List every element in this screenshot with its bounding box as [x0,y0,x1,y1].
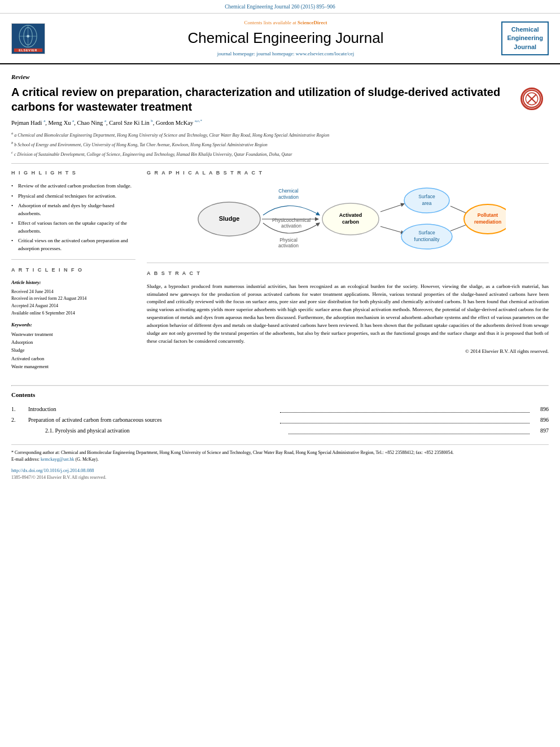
abstract-text: Sludge, a byproduct produced from numero… [147,283,549,356]
contents-item: 1. Introduction 896 [11,404,549,414]
highlight-item: Review of the activated carbon productio… [11,182,135,190]
affiliation-a: a a Chemical and Biomolecular Engineerin… [11,130,549,139]
svg-text:area: area [422,200,431,206]
article-info: A R T I C L E I N F O Article history: R… [11,267,135,371]
svg-point-5 [27,35,29,38]
affiliation-b: b b School of Energy and Environment, Ci… [11,140,549,148]
keywords-list: Wastewater treatment Adsorption Sludge A… [11,330,135,371]
svg-text:functionality: functionality [414,237,440,242]
graphical-abstract-diagram: Sludge Chemical activation Physicoochemi… [147,182,549,256]
highlight-item: Adsorption of metals and dyes by sludge-… [11,202,135,217]
svg-text:ELSEVIER: ELSEVIER [19,49,37,52]
highlight-item: Effect of various factors on the uptake … [11,220,135,235]
article-dates: Received 24 June 2014 Received in revise… [11,289,135,317]
science-direct-link: Contents lists available at ScienceDirec… [73,19,498,27]
highlight-item: Physical and chemical techniques for act… [11,193,135,200]
svg-text:Chemical: Chemical [278,188,299,194]
journal-logo-right: ChemicalEngineeringJournal [498,21,549,55]
graphical-abstract-header: G R A P H I C A L A B S T R A C T [147,169,549,178]
svg-text:Sludge: Sludge [219,215,240,222]
svg-line-25 [380,226,404,233]
svg-text:Activated: Activated [339,212,362,218]
paper-title: A critical review on preparation, charac… [11,85,512,114]
main-content: Review A critical review on preparation,… [0,64,560,379]
doi-link[interactable]: http://dx.doi.org/10.1016/j.cej.2014.08.… [11,468,94,473]
contents-section: Contents 1. Introduction 896 2. Preparat… [0,391,560,436]
svg-text:Surface: Surface [418,230,435,235]
svg-text:activation: activation [278,194,299,200]
citation-text: Chemical Engineering Journal 260 (2015) … [225,4,335,10]
journal-logo-box: ChemicalEngineeringJournal [501,21,549,55]
keyword: Waste management [11,362,135,370]
abstract-header: A B S T R A C T [147,270,549,278]
left-col: H I G H L I G H T S Review of the activa… [11,169,135,370]
keyword: Wastewater treatment [11,330,135,338]
journal-title: Chemical Engineering Journal [73,28,498,48]
crossmark-icon[interactable] [520,88,543,110]
footer-section: * Corresponding author at: Chemical and … [11,444,549,480]
revised-date: Received in revised form 22 August 2014 [11,295,135,303]
keyword: Sludge [11,346,135,354]
contents-list: 1. Introduction 896 2. Preparation of ac… [11,404,549,436]
history-label: Article history: [11,279,135,286]
footer-corresponding: * Corresponding author at: Chemical and … [11,449,549,463]
svg-text:Surface: Surface [418,194,435,199]
article-info-header: A R T I C L E I N F O [11,267,135,275]
highlight-item: Critical views on the activated carbon p… [11,237,135,252]
divider [11,259,135,260]
journal-citation: Chemical Engineering Journal 260 (2015) … [0,0,560,14]
received-date: Received 24 June 2014 [11,289,135,296]
email-link[interactable]: kemckayg@ust.hk [41,457,75,462]
accepted-date: Accepted 24 August 2014 [11,303,135,310]
svg-text:Physicoochemical: Physicoochemical [272,217,310,223]
divider-abstract [147,263,549,263]
copyright: © 2014 Elsevier B.V. All rights reserved… [147,348,549,356]
right-col: G R A P H I C A L A B S T R A C T Sludge… [147,169,549,370]
svg-text:carbon: carbon [342,219,359,225]
footer-issn: 1385-8947/© 2014 Elsevier B.V. All right… [11,474,549,480]
svg-line-24 [380,204,404,212]
svg-text:Physical: Physical [279,237,298,243]
journal-homepage: journal homepage: journal homepage: www.… [73,50,498,58]
science-direct-name: ScienceDirect [298,20,327,25]
svg-text:Pollutant: Pollutant [478,212,498,218]
paper-title-section: A critical review on preparation, charac… [11,85,549,114]
footer-doi: http://dx.doi.org/10.1016/j.cej.2014.08.… [11,468,549,474]
affiliation-c: c c Division of Sustainable Development,… [11,150,549,158]
two-col-section: H I G H L I G H T S Review of the activa… [11,163,549,370]
elsevier-image: ELSEVIER [11,23,45,54]
email-label: E-mail address: [11,457,41,462]
highlights-header: H I G H L I G H T S [11,169,135,178]
contents-sub-item: 2.1. Pyrolysis and physical activation 8… [11,425,549,436]
abstract-svg: Sludge Chemical activation Physicoochemi… [190,182,506,256]
keyword: Adsorption [11,338,135,346]
authors: Pejman Hadi a, Meng Xu a, Chao Ning a, C… [11,119,549,127]
homepage-url: journal homepage: www.elsevier.com/locat… [256,51,354,56]
bottom-divider [11,385,549,386]
contents-header: Contents [11,391,549,399]
svg-text:remediation: remediation [474,219,501,225]
svg-text:activation: activation [278,243,299,248]
elsevier-logo: ELSEVIER [11,23,62,54]
contents-item: 2. Preparation of activated carbon from … [11,414,549,425]
crossmark [520,88,549,110]
review-label: Review [11,73,549,81]
keywords-label: Keywords: [11,322,135,329]
keyword: Activated carbon [11,355,135,362]
abstract-paragraph: Sludge, a byproduct produced from numero… [147,283,549,346]
journal-header: ELSEVIER Contents lists available at Sci… [0,14,560,64]
affiliations: a a Chemical and Biomolecular Engineerin… [11,130,549,158]
svg-text:activation: activation [281,223,301,229]
highlights-list: Review of the activated carbon productio… [11,182,135,252]
online-date: Available online 6 September 2014 [11,310,135,317]
journal-center: Contents lists available at ScienceDirec… [73,19,498,58]
